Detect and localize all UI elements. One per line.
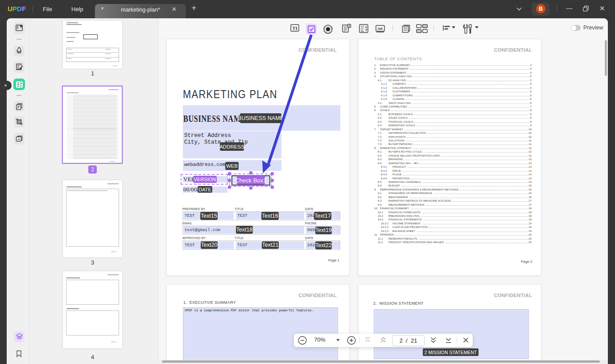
svg-text:TI: TI [292, 25, 297, 31]
svg-text:OK: OK [378, 27, 383, 31]
